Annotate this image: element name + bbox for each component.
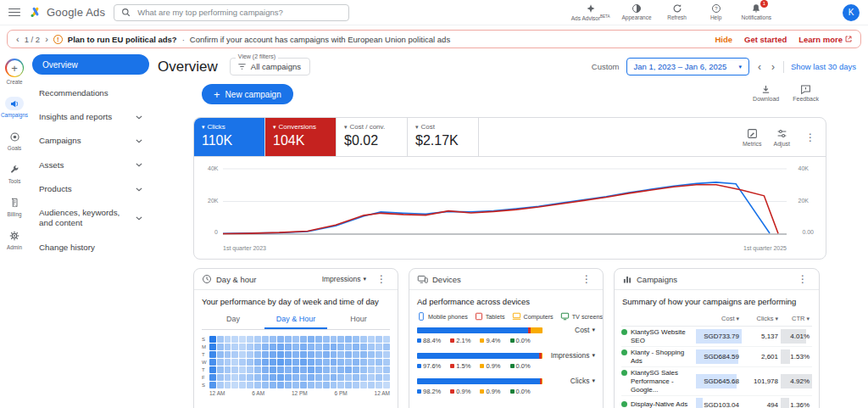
heatmap-cell[interactable]: [217, 336, 224, 343]
date-prev-icon[interactable]: ‹: [756, 62, 763, 72]
heatmap-cell[interactable]: [300, 344, 307, 350]
heatmap-cell[interactable]: [353, 359, 359, 366]
search-input[interactable]: [136, 7, 342, 18]
heatmap-cell[interactable]: [376, 344, 382, 350]
heatmap-cell[interactable]: [285, 344, 292, 350]
heatmap-cell[interactable]: [247, 366, 253, 373]
topbar-action-notifications[interactable]: 1Notifications: [742, 3, 771, 20]
heatmap-cell[interactable]: [308, 382, 314, 388]
heatmap-cell[interactable]: [337, 374, 344, 381]
more-options-icon[interactable]: ⋮: [373, 273, 390, 285]
heatmap-cell[interactable]: [262, 382, 269, 388]
heatmap-cell[interactable]: [315, 366, 322, 373]
heatmap-cell[interactable]: [383, 374, 390, 381]
heatmap-cell[interactable]: [368, 374, 375, 381]
heatmap-cell[interactable]: [277, 359, 284, 366]
heatmap-cell[interactable]: [308, 336, 314, 343]
rail-item-tools[interactable]: Tools: [0, 157, 29, 190]
heatmap-cell[interactable]: [315, 374, 322, 381]
heatmap-cell[interactable]: [383, 344, 390, 350]
heatmap-cell[interactable]: [323, 351, 330, 358]
heatmap-cell[interactable]: [315, 344, 322, 350]
heatmap-cell[interactable]: [315, 351, 322, 358]
campaigns-column-header-ctr[interactable]: CTR ▾: [781, 315, 812, 322]
heatmap-cell[interactable]: [345, 366, 352, 373]
heatmap-cell[interactable]: [353, 344, 359, 350]
heatmap-cell[interactable]: [270, 351, 276, 358]
heatmap-cell[interactable]: [337, 351, 344, 358]
more-options-icon[interactable]: ⋮: [802, 131, 819, 143]
heatmap-cell[interactable]: [277, 336, 284, 343]
heatmap-cell[interactable]: [353, 382, 359, 388]
heatmap-cell[interactable]: [376, 351, 382, 358]
heatmap-cell[interactable]: [209, 336, 216, 343]
heatmap-cell[interactable]: [239, 374, 246, 381]
heatmap-cell[interactable]: [285, 366, 292, 373]
rail-item-goals[interactable]: Goals: [0, 124, 29, 157]
heatmap-cell[interactable]: [247, 344, 253, 350]
rail-item-billing[interactable]: Billing: [0, 190, 29, 223]
nav-item-insights-and-reports[interactable]: Insights and reports: [32, 105, 149, 129]
rail-item-campaigns[interactable]: Campaigns: [0, 91, 29, 124]
topbar-action-ads-advisor[interactable]: Ads AdvisorBETA: [571, 3, 610, 21]
heatmap-cell[interactable]: [353, 336, 359, 343]
heatmap-cell[interactable]: [308, 374, 314, 381]
heatmap-cell[interactable]: [368, 336, 375, 343]
heatmap-cell[interactable]: [247, 351, 253, 358]
topbar-action-appearance[interactable]: Appearance: [622, 3, 652, 20]
topbar-action-help[interactable]: ?Help: [703, 3, 730, 20]
heatmap-cell[interactable]: [337, 366, 344, 373]
heatmap-cell[interactable]: [239, 366, 246, 373]
heatmap-cell[interactable]: [231, 336, 238, 343]
heatmap-cell[interactable]: [308, 344, 314, 350]
heatmap-cell[interactable]: [277, 366, 284, 373]
scorecard-cost[interactable]: ▾ Cost$2.17K: [408, 118, 479, 156]
heatmap-cell[interactable]: [353, 366, 359, 373]
more-options-icon[interactable]: ⋮: [794, 273, 811, 285]
heatmap-cell[interactable]: [292, 359, 299, 366]
heatmap-cell[interactable]: [300, 336, 307, 343]
device-metric-selector[interactable]: Clicks ▾: [570, 377, 595, 385]
heatmap-cell[interactable]: [239, 344, 246, 350]
heatmap-cell[interactable]: [277, 344, 284, 350]
heatmap-cell[interactable]: [225, 351, 231, 358]
heatmap-cell[interactable]: [262, 351, 269, 358]
heatmap-cell[interactable]: [262, 344, 269, 350]
heatmap-cell[interactable]: [315, 382, 322, 388]
heatmap-cell[interactable]: [254, 344, 261, 350]
heatmap-cell[interactable]: [300, 359, 307, 366]
heatmap-cell[interactable]: [376, 366, 382, 373]
metrics-button[interactable]: Metrics: [743, 128, 762, 147]
heatmap-cell[interactable]: [262, 374, 269, 381]
heatmap-cell[interactable]: [217, 374, 224, 381]
day-hour-tab-day-hour[interactable]: Day & Hour: [264, 311, 327, 329]
heatmap-cell[interactable]: [231, 382, 238, 388]
heatmap-cell[interactable]: [323, 382, 330, 388]
heatmap-cell[interactable]: [383, 382, 390, 388]
heatmap-cell[interactable]: [308, 366, 314, 373]
day-hour-tab-day[interactable]: Day: [202, 311, 264, 329]
heatmap-cell[interactable]: [225, 366, 231, 373]
heatmap-cell[interactable]: [331, 344, 337, 350]
heatmap-cell[interactable]: [247, 382, 253, 388]
heatmap-cell[interactable]: [217, 366, 224, 373]
heatmap-cell[interactable]: [360, 351, 367, 358]
heatmap-cell[interactable]: [323, 366, 330, 373]
heatmap-cell[interactable]: [209, 359, 216, 366]
heatmap-cell[interactable]: [270, 336, 276, 343]
heatmap-cell[interactable]: [254, 336, 261, 343]
heatmap-cell[interactable]: [337, 359, 344, 366]
heatmap-cell[interactable]: [247, 336, 253, 343]
heatmap-cell[interactable]: [300, 374, 307, 381]
rail-item-admin[interactable]: Admin: [0, 223, 29, 256]
download-button[interactable]: Download: [753, 84, 779, 102]
heatmap-cell[interactable]: [353, 374, 359, 381]
heatmap-cell[interactable]: [331, 374, 337, 381]
heatmap-cell[interactable]: [315, 359, 322, 366]
heatmap-cell[interactable]: [277, 382, 284, 388]
heatmap-cell[interactable]: [383, 366, 390, 373]
heatmap-cell[interactable]: [239, 359, 246, 366]
heatmap-cell[interactable]: [239, 351, 246, 358]
heatmap-cell[interactable]: [331, 359, 337, 366]
day-hour-tab-hour[interactable]: Hour: [327, 311, 390, 329]
